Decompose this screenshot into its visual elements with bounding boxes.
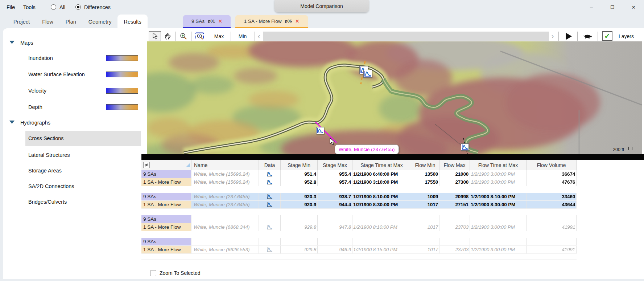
timeline-next-button[interactable]: › [549, 31, 556, 41]
col-header-flow-volume[interactable]: Flow Volume [527, 160, 577, 170]
flow_max-cell: 27151 [439, 201, 470, 208]
icon-cell[interactable] [259, 201, 281, 208]
sidebar-item-storage-areas[interactable]: Storage Areas [28, 168, 62, 174]
stage_max-cell: 944.4 [318, 201, 352, 208]
sidebar-group-hydrographs[interactable]: Hydrographs [20, 120, 50, 126]
table-row[interactable]: 1 SA - More FlowWhite, Muncie (15696.24)… [141, 178, 577, 186]
table-row[interactable]: 9 SAs [141, 215, 577, 223]
sidebar-item-depth[interactable]: Depth [28, 104, 42, 110]
radio-all-label[interactable]: All [59, 0, 65, 15]
sidebar-group-maps[interactable]: Maps [20, 40, 33, 46]
sidebar-item-bridges-culverts[interactable]: Bridges/Culverts [28, 199, 67, 205]
collapse-triangle-icon[interactable] [9, 41, 15, 44]
stage_max-cell: 955.4 [318, 170, 352, 178]
zoom-window-tool-button[interactable] [193, 31, 207, 41]
radio-differences[interactable] [75, 4, 81, 10]
sidebar-item-velocity[interactable]: Velocity [28, 88, 46, 94]
layers-checkbox[interactable]: ✓ [602, 31, 612, 41]
table-row[interactable]: 9 SAsWhite, Muncie (15696.24) 951.4955.4… [141, 170, 577, 178]
zoom-in-icon [180, 33, 187, 40]
col-header-flow-min[interactable]: Flow Min [411, 160, 439, 170]
check-icon: ✓ [604, 32, 610, 40]
col-header-stage-time-at-max[interactable]: Stage Time at Max [352, 160, 411, 170]
col-header-data[interactable]: Data [259, 160, 281, 170]
icon-cell[interactable] [259, 215, 281, 223]
col-header-stage-max[interactable]: Stage Max [318, 160, 352, 170]
mouse-cursor-icon [330, 138, 335, 146]
stage_min-cell: 929.8 [281, 223, 318, 231]
table-row[interactable]: 1 SA - More FlowWhite, Muncie (237.6455)… [141, 201, 577, 209]
close-icon[interactable]: ✕ [218, 19, 222, 24]
plan-tab-1sa-more-flow[interactable]: 1 SA - More Flow p06 ✕ [235, 15, 308, 28]
minimize-button[interactable]: – [583, 0, 600, 15]
plan-tab-badge: p06 [285, 19, 292, 23]
zoom-in-tool-button[interactable] [177, 31, 190, 41]
plan-column-header[interactable] [141, 160, 191, 170]
flow_volume-cell: 36674 [527, 170, 577, 178]
icon-cell[interactable] [259, 170, 281, 178]
icon-cell[interactable] [259, 246, 281, 253]
sort-indicator-icon [186, 163, 190, 167]
col-header-flow-max[interactable]: Flow Max [439, 160, 470, 170]
timeline-prev-button[interactable]: ‹ [255, 31, 263, 41]
tab-geometry[interactable]: Geometry [82, 15, 118, 28]
zoom-to-selected-checkbox[interactable] [150, 270, 156, 276]
tab-results[interactable]: Results [117, 15, 147, 28]
tab-flow[interactable]: Flow [36, 15, 59, 28]
max-button[interactable]: Max [208, 31, 230, 41]
plan-label-cell: 9 SAs [141, 170, 191, 178]
sidebar-item-sa2d-connections[interactable]: SA/2D Connections [28, 183, 74, 189]
menu-tools[interactable]: Tools [21, 0, 38, 15]
menu-file[interactable]: File [4, 0, 17, 15]
tab-project[interactable]: Project [7, 15, 36, 28]
terrain-map-viewport[interactable]: White, Muncie (237.6455) 200 ft [147, 41, 642, 154]
pan-tool-button[interactable] [162, 31, 174, 41]
icon-cell[interactable] [259, 223, 281, 231]
close-icon[interactable]: ✕ [295, 19, 299, 24]
flow_time-cell [470, 238, 527, 245]
animation-speed-button[interactable] [580, 31, 596, 41]
zoom-window-icon [195, 32, 204, 40]
zoom-to-selected-label[interactable]: Zoom To Selected [160, 270, 201, 276]
flow_volume-cell: 41991 [527, 223, 577, 231]
col-header-stage-min[interactable]: Stage Min [281, 160, 318, 170]
icon-cell[interactable] [259, 193, 281, 200]
col-header-flow-time-at-max[interactable]: Flow Time at Max [470, 160, 527, 170]
maximize-button[interactable]: ❐ [604, 0, 621, 15]
hydrograph-marker-selected[interactable] [316, 127, 324, 134]
sidebar-item-inundation[interactable]: Inundation [28, 55, 53, 61]
pointer-tool-button[interactable] [149, 31, 161, 41]
name-cell [191, 238, 259, 245]
row-group-gap [141, 231, 577, 238]
radio-differences-label[interactable]: Differences [84, 0, 111, 15]
plan-label-cell: 1 SA - More Flow [141, 201, 191, 208]
sidebar-item-lateral-structures[interactable]: Lateral Structures [28, 152, 70, 158]
icon-cell[interactable] [259, 238, 281, 245]
visibility-eye-icon[interactable] [143, 162, 150, 168]
model-comparison-window: File Tools All Differences Model Compari… [0, 0, 644, 281]
hydrograph-marker[interactable] [363, 70, 372, 78]
radio-all[interactable] [51, 4, 56, 10]
collapse-triangle-icon[interactable] [9, 121, 15, 124]
map-table-splitter[interactable] [141, 154, 644, 160]
table-row[interactable]: 1 SA - More FlowWhite, Muncie (6626.553)… [141, 246, 577, 254]
hydrograph-icon [266, 171, 273, 177]
flow_max-cell [439, 215, 470, 223]
stage_max-cell: 946.9 [318, 246, 352, 253]
sidebar-item-water-surface-elevation[interactable]: Water Surface Elevation [28, 72, 85, 77]
col-header-name[interactable]: Name [191, 160, 259, 170]
min-button[interactable]: Min [231, 31, 254, 41]
time-scrubber-bar[interactable] [263, 32, 549, 41]
hydrograph-marker[interactable] [461, 143, 469, 151]
table-row[interactable]: 9 SAs [141, 238, 577, 246]
sidebar-item-cross-sections[interactable]: Cross Sections [28, 135, 64, 141]
plan-tab-9sas[interactable]: 9 SAs p01 ✕ [183, 15, 231, 28]
play-animation-button[interactable] [561, 31, 576, 41]
icon-cell[interactable] [259, 178, 281, 186]
tab-plan[interactable]: Plan [59, 15, 82, 28]
table-row[interactable]: 1 SA - More FlowWhite, Muncie (6868.344)… [141, 223, 577, 231]
close-button[interactable]: ✕ [625, 0, 642, 15]
table-row[interactable]: 9 SAsWhite, Muncie (237.6455) 920.3938.7… [141, 193, 577, 201]
flow_min-cell: 1017 [411, 201, 439, 208]
layers-button[interactable]: Layers [615, 31, 637, 41]
